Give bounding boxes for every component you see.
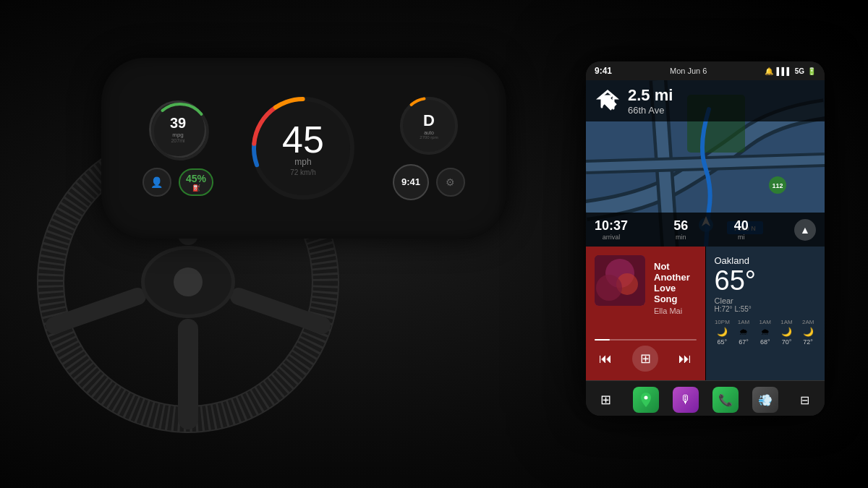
svg-point-14 [249, 94, 357, 202]
turn-arrow-icon [595, 88, 621, 114]
weather-hour-1: 10PM 🌙 65° [715, 319, 731, 346]
music-controls: ⏮ ⊞ ⏭ [586, 346, 705, 372]
status-bar: 9:41 Mon Jun 6 🔔 ▌▌▌ 5G 🔋 [586, 61, 825, 80]
fuel-badge: 45% ⛽ [179, 168, 213, 196]
status-icons: 🔔 ▌▌▌ 5G 🔋 [765, 67, 816, 75]
dash-time: 9:41 [401, 176, 420, 187]
status-time: 9:41 [595, 66, 612, 76]
battery-icon: 🔋 [807, 67, 816, 75]
weather-hour-2: 1AM 🌧 67° [736, 319, 752, 346]
nav-mi-value: 40 [734, 218, 749, 234]
weather-high: 72° [722, 305, 733, 313]
nav-arrival: 10:37 arrival [595, 218, 628, 241]
nav-miles: 40 mi [734, 218, 749, 241]
gear-gauge: D auto 2700 rpm [400, 97, 458, 155]
dock-grid-button[interactable]: ⊞ [593, 387, 619, 413]
svg-point-8 [174, 267, 203, 296]
mpg-arc [148, 100, 212, 163]
dock-controls-button[interactable]: ⊟ [792, 387, 818, 413]
bell-icon: 🔔 [765, 67, 773, 75]
dock-maps-button[interactable] [633, 387, 659, 413]
left-gauges: 39 mpg 207mi 👤 45% ⛽ [142, 100, 213, 197]
nav-expand-button[interactable]: ▲ [794, 219, 816, 241]
dock-phone-button[interactable]: 📞 [712, 387, 739, 413]
weather-hourly: 10PM 🌙 65° 1AM 🌧 67° 1AM 🌧 68° [715, 319, 817, 346]
svg-point-16 [397, 94, 461, 158]
svg-text:112: 112 [772, 182, 783, 189]
nav-header: 2.5 mi 66th Ave [586, 80, 825, 121]
nav-arrival-time: 10:37 [595, 218, 628, 234]
nav-minutes: 56 min [673, 218, 688, 241]
svg-point-28 [596, 275, 622, 301]
music-panel[interactable]: Not Another Love Song Ella Mai ⏮ ⊞ ⏭ [586, 247, 706, 380]
nav-min-value: 56 [673, 218, 688, 234]
weather-hilo: H:72° L:55° [715, 305, 817, 313]
weather-low: 55° [741, 305, 752, 313]
song-title: Not Another Love Song [654, 261, 697, 304]
mpg-gauge: 39 mpg 207mi [149, 100, 207, 158]
status-date: Mon Jun 6 [670, 67, 707, 75]
weather-hour-4: 1AM 🌙 70° [779, 319, 795, 346]
song-artist: Ella Mai [654, 307, 697, 315]
carplay-dock: ⊞ 🎙 📞 💨 ⊟ [586, 380, 825, 416]
song-info: Not Another Love Song Ella Mai [654, 255, 697, 315]
speed-gauge: 45 mph 72 km/h [252, 98, 354, 199]
weather-temp: 65° [715, 266, 817, 296]
weather-panel[interactable]: Oakland 65° Clear H:72° L:55° 10PM 🌙 65°… [706, 247, 825, 380]
maps-section[interactable]: I-880 N 112 2.5 mi 66th Ave [586, 80, 825, 247]
speed-arc [249, 94, 357, 202]
nav-footer: 10:37 arrival 56 min 40 mi ▲ [586, 213, 825, 247]
gear-arc [397, 94, 461, 158]
svg-point-10 [148, 100, 212, 163]
dock-podcasts-button[interactable]: 🎙 [673, 387, 699, 413]
nav-info: 2.5 mi 66th Ave [628, 86, 673, 116]
bottom-badges: 👤 45% ⛽ [142, 168, 213, 197]
time-badge: 9:41 [393, 164, 429, 200]
car-background: 39 mpg 207mi 👤 45% ⛽ [0, 0, 868, 488]
bottom-right-badges: 9:41 ⚙ [393, 164, 465, 200]
person-badge: 👤 [142, 168, 171, 197]
nav-distance: 2.5 mi [628, 86, 673, 105]
progress-fill [595, 339, 610, 341]
nav-street: 66th Ave [628, 105, 673, 116]
signal-bars-icon: ▌▌▌ [776, 67, 791, 75]
weather-hour-3: 1AM 🌧 68° [757, 319, 773, 346]
prev-button[interactable]: ⏮ [592, 346, 618, 372]
svg-point-29 [644, 396, 647, 400]
weather-hour-5: 2AM 🌙 72° [800, 319, 816, 346]
carplay-screen: 9:41 Mon Jun 6 🔔 ▌▌▌ 5G 🔋 [586, 61, 825, 416]
right-gauges: D auto 2700 rpm 9:41 ⚙ [393, 97, 465, 200]
settings-badge: ⚙ [436, 168, 465, 197]
fuel-value: 45% [186, 173, 206, 184]
dashboard-cluster: 39 mpg 207mi 👤 45% ⛽ [101, 58, 506, 239]
weather-city: Oakland [715, 255, 817, 266]
album-art [595, 255, 645, 306]
bottom-panels: Not Another Love Song Ella Mai ⏮ ⊞ ⏭ Oak… [586, 247, 825, 380]
svg-point-15 [401, 98, 456, 153]
svg-point-12 [249, 94, 357, 202]
dock-fan-button[interactable]: 💨 [752, 387, 778, 413]
progress-bar [595, 339, 697, 341]
signal-type: 5G [795, 67, 804, 75]
next-button[interactable]: ⏭ [672, 346, 698, 372]
svg-point-13 [249, 94, 357, 202]
weather-description: Clear [715, 296, 817, 305]
grid-button[interactable]: ⊞ [632, 346, 658, 372]
